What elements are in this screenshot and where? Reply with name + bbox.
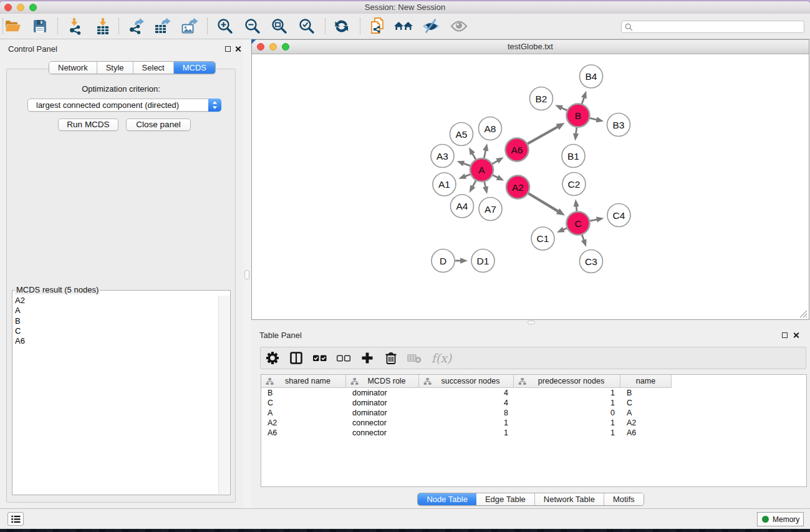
- add-column-icon[interactable]: [355, 349, 379, 367]
- graph-node-A6[interactable]: A6: [506, 138, 529, 162]
- table-row[interactable]: A6connector11A6: [261, 428, 806, 438]
- edge-C-C4[interactable]: [590, 220, 597, 221]
- split-view-icon[interactable]: [284, 349, 308, 367]
- zoom-out-icon[interactable]: [243, 17, 263, 36]
- zoom-fit-icon[interactable]: [269, 17, 289, 36]
- cell-successor-nodes[interactable]: 1: [419, 418, 514, 428]
- zoom-selected-icon[interactable]: [297, 17, 317, 36]
- cell-shared-name[interactable]: A2: [261, 418, 346, 428]
- table-row[interactable]: Cdominator41C: [261, 398, 806, 408]
- result-scrollbar[interactable]: [218, 296, 229, 494]
- select-all-columns-icon[interactable]: [308, 349, 332, 367]
- table-row[interactable]: A2connector11A2: [261, 418, 806, 428]
- graph-node-A[interactable]: A: [470, 158, 493, 181]
- result-item[interactable]: C: [13, 326, 219, 336]
- cell-shared-name[interactable]: A: [261, 408, 346, 418]
- cell-successor-nodes[interactable]: 4: [419, 388, 514, 398]
- cell-name[interactable]: A6: [620, 428, 672, 438]
- graph-node-A7[interactable]: A7: [479, 198, 502, 221]
- tab-mcds[interactable]: MCDS: [174, 62, 215, 74]
- vertical-splitter-handle[interactable]: [244, 270, 249, 279]
- export-table-icon[interactable]: [152, 17, 172, 36]
- edge-A-A8[interactable]: [484, 150, 486, 158]
- result-item[interactable]: B: [13, 316, 219, 326]
- graph-node-B3[interactable]: B3: [607, 114, 630, 137]
- cell-MCDS-role[interactable]: connector: [346, 428, 419, 438]
- refresh-layout-icon[interactable]: [332, 17, 352, 36]
- function-builder-icon[interactable]: f(x): [427, 349, 456, 367]
- cell-predecessor-nodes[interactable]: 1: [514, 388, 620, 398]
- resize-grip-icon[interactable]: [798, 309, 808, 318]
- cell-predecessor-nodes[interactable]: 1: [514, 418, 620, 428]
- network-window-titlebar[interactable]: testGlobe.txt: [252, 40, 809, 54]
- edge-A-A1[interactable]: [465, 174, 470, 176]
- network-canvas[interactable]: B4B2BB3A5A8A6A3AB1A1A2C2A4A7C4CC1C3DD1: [252, 54, 809, 319]
- cell-shared-name[interactable]: B: [261, 388, 346, 398]
- graph-node-A5[interactable]: A5: [450, 123, 473, 146]
- column-header-shared-name[interactable]: shared name: [261, 375, 346, 388]
- graph-node-D[interactable]: D: [432, 249, 455, 273]
- float-table-panel-icon[interactable]: [782, 332, 788, 338]
- cell-name[interactable]: A2: [620, 418, 672, 428]
- graph-node-A1[interactable]: A1: [433, 173, 456, 196]
- tab-select[interactable]: Select: [133, 62, 174, 74]
- graph-node-A8[interactable]: A8: [479, 117, 502, 140]
- cell-successor-nodes[interactable]: 4: [419, 398, 514, 408]
- vertical-splitter[interactable]: [243, 39, 251, 509]
- column-header-MCDS-role[interactable]: MCDS role: [346, 375, 419, 388]
- graph-node-C[interactable]: C: [567, 212, 590, 235]
- export-image-icon[interactable]: [179, 17, 199, 36]
- import-table-icon[interactable]: [93, 17, 113, 36]
- graph-node-C2[interactable]: C2: [562, 173, 586, 196]
- edge-A-A2[interactable]: [493, 175, 498, 178]
- result-item[interactable]: A: [13, 306, 219, 316]
- graph-node-A3[interactable]: A3: [431, 145, 454, 168]
- network-documents-icon[interactable]: [367, 17, 387, 36]
- graph-node-C3[interactable]: C3: [580, 250, 603, 273]
- edge-C-C3[interactable]: [582, 235, 584, 240]
- save-session-icon[interactable]: [30, 17, 50, 36]
- edge-A-A6[interactable]: [492, 161, 498, 164]
- edge-B-B1[interactable]: [576, 127, 577, 134]
- delete-columns-icon[interactable]: [379, 349, 403, 367]
- edge-C-C2[interactable]: [576, 206, 577, 211]
- result-item[interactable]: A6: [13, 336, 219, 346]
- close-table-panel-icon[interactable]: [793, 332, 799, 339]
- edge-A-A5[interactable]: [472, 153, 476, 160]
- edge-B-B3[interactable]: [590, 118, 597, 120]
- graph-node-C4[interactable]: C4: [607, 204, 630, 227]
- import-network-icon[interactable]: [65, 17, 85, 36]
- delete-table-icon[interactable]: [403, 349, 427, 367]
- hide-selected-icon[interactable]: [421, 17, 441, 36]
- graph-node-B[interactable]: B: [567, 104, 590, 127]
- search-input[interactable]: [633, 22, 804, 31]
- float-panel-icon[interactable]: [225, 46, 231, 52]
- cell-successor-nodes[interactable]: 1: [419, 428, 514, 438]
- cell-predecessor-nodes[interactable]: 0: [514, 408, 620, 418]
- tab-edge-table[interactable]: Edge Table: [476, 493, 535, 505]
- graph-node-D1[interactable]: D1: [471, 249, 494, 273]
- cell-MCDS-role[interactable]: dominator: [346, 408, 419, 418]
- edge-A2-C[interactable]: [528, 193, 558, 211]
- graph-node-A2[interactable]: A2: [506, 176, 529, 199]
- graph-node-B2[interactable]: B2: [530, 87, 553, 110]
- column-header-name[interactable]: name: [620, 375, 672, 388]
- edge-A-A3[interactable]: [463, 163, 470, 166]
- cell-name[interactable]: B: [620, 388, 672, 398]
- close-panel-button[interactable]: Close panel: [126, 118, 191, 131]
- table-row[interactable]: Adominator80A: [261, 408, 806, 418]
- run-mcds-button[interactable]: Run MCDS: [58, 118, 118, 131]
- edge-A-A4[interactable]: [473, 181, 476, 187]
- cell-MCDS-role[interactable]: connector: [346, 418, 419, 428]
- memory-button[interactable]: Memory: [757, 512, 804, 526]
- task-history-button[interactable]: [7, 512, 24, 526]
- unselect-all-columns-icon[interactable]: [332, 349, 355, 367]
- close-panel-icon[interactable]: [234, 46, 241, 52]
- export-network-icon[interactable]: [126, 17, 146, 36]
- open-session-icon[interactable]: [2, 17, 22, 36]
- column-header-predecessor-nodes[interactable]: predecessor nodes: [514, 375, 620, 388]
- graph-node-B4[interactable]: B4: [580, 65, 603, 88]
- show-all-icon[interactable]: [449, 17, 469, 36]
- cell-predecessor-nodes[interactable]: 1: [514, 428, 620, 438]
- tab-style[interactable]: Style: [97, 62, 133, 74]
